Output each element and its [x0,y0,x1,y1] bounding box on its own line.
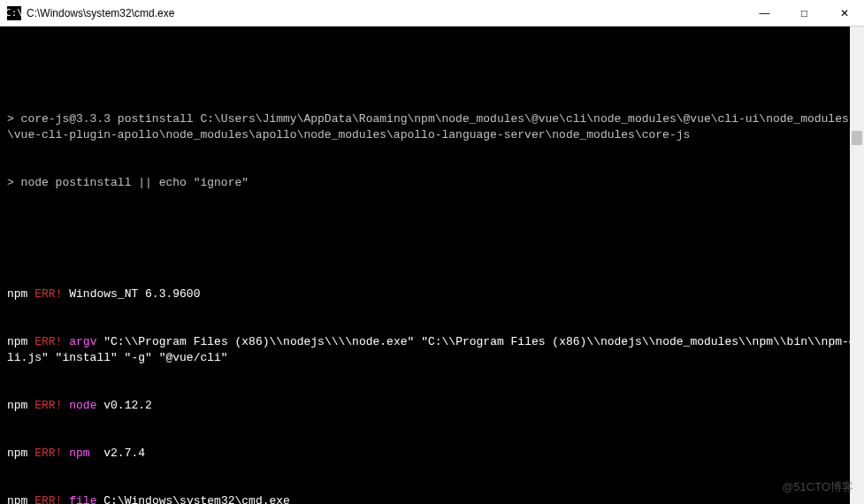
npm-error-line: npm ERR! Windows_NT 6.3.9600 [7,286,857,302]
close-button[interactable]: ✕ [824,0,864,26]
scrollbar-thumb[interactable] [852,131,862,145]
maximize-button[interactable]: □ [784,0,824,26]
npm-error-line: npm ERR! npm v2.7.4 [7,446,857,462]
scrollbar-track[interactable] [850,27,864,504]
npm-error-line: npm ERR! node v0.12.2 [7,398,857,414]
minimize-button[interactable]: — [745,0,784,26]
cmd-icon: C:\ [7,6,21,20]
titlebar: C:\ C:\Windows\system32\cmd.exe — □ ✕ [0,0,864,27]
command-line: > core-js@3.3.3 postinstall C:\Users\Jim… [7,111,857,143]
npm-error-line: npm ERR! argv "C:\\Program Files (x86)\\… [7,334,857,366]
command-line: > node postinstall || echo "ignore" [7,175,857,191]
window-controls: — □ ✕ [745,0,864,26]
terminal-output[interactable]: > core-js@3.3.3 postinstall C:\Users\Jim… [0,27,864,504]
window-title: C:\Windows\system32\cmd.exe [27,7,745,19]
npm-error-line: npm ERR! file C:\Windows\system32\cmd.ex… [7,493,857,504]
